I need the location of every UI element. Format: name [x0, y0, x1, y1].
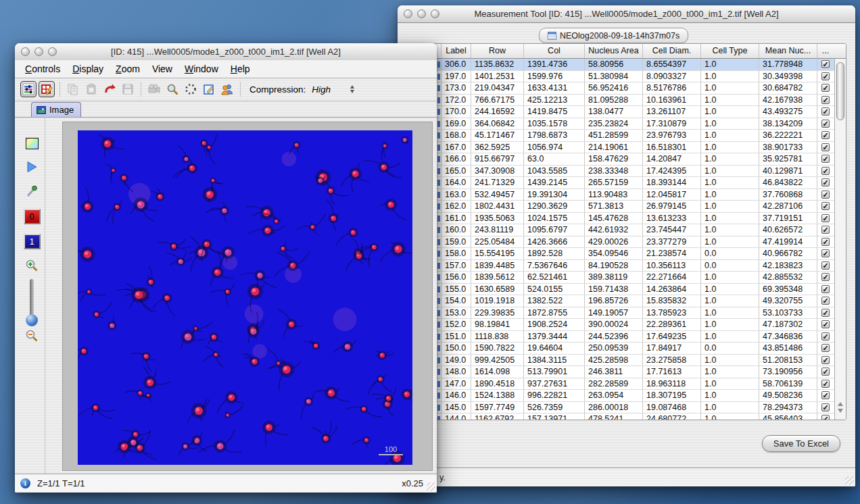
resize-grip[interactable] — [427, 482, 435, 491]
row-checkbox[interactable]: ✓ — [821, 356, 830, 364]
measurement-titlebar[interactable]: Measurement Tool [ID: 415] ...Well0005/m… — [398, 5, 855, 23]
row-checkbox[interactable]: ✓ — [821, 178, 830, 186]
save-to-excel-button[interactable]: Save To Excel — [762, 435, 840, 452]
brightness-slider[interactable] — [26, 279, 38, 328]
row-checkbox[interactable]: ✓ — [821, 107, 830, 116]
table-row[interactable]: 172.0766.67175425.1221381.09528810.16396… — [405, 95, 834, 107]
menu-item-help[interactable]: Help — [224, 64, 256, 74]
zoom-out-button[interactable] — [25, 329, 39, 343]
tab-image[interactable]: Image — [31, 102, 81, 117]
lut-icon[interactable] — [26, 138, 39, 149]
table-row[interactable]: 154.01019.19181382.522196.8572615.835832… — [405, 295, 834, 307]
table-row[interactable]: 153.0229.398351872.8755149.1905713.78592… — [405, 307, 834, 320]
menu-item-display[interactable]: Display — [66, 64, 110, 74]
edit-button[interactable] — [201, 81, 217, 97]
roi-button[interactable] — [183, 81, 199, 97]
column-header[interactable]: Nucleus Area — [585, 44, 643, 58]
slider-knob[interactable] — [26, 314, 38, 326]
table-row[interactable]: 146.01524.1388996.22821263.095418.307195… — [405, 390, 834, 402]
table-row[interactable]: 145.01597.7749526.7359286.0001819.087468… — [405, 402, 834, 414]
paste-button[interactable] — [83, 81, 99, 97]
column-header-overflow[interactable]: ... — [817, 44, 834, 58]
table-row[interactable]: 160.0243.811191095.6797442.6193223.74544… — [405, 224, 834, 236]
row-checkbox[interactable]: ✓ — [821, 191, 830, 199]
row-checkbox[interactable]: ✓ — [821, 60, 830, 68]
menu-item-controls[interactable]: Controls — [19, 64, 66, 74]
minimize-button[interactable] — [34, 47, 43, 56]
table-row[interactable]: 159.0225.054841426.3666429.0002623.37727… — [405, 236, 834, 249]
table-row[interactable]: 306.01135.86321391.473658.809568.6554397… — [405, 59, 834, 71]
users-button[interactable] — [219, 81, 235, 97]
menu-item-window[interactable]: Window — [178, 64, 224, 74]
table-row[interactable]: 161.01935.50631024.1575145.4762813.61323… — [405, 213, 834, 225]
scroll-down-arrow[interactable] — [838, 409, 843, 413]
zoom-in-button[interactable] — [25, 259, 39, 272]
table-row[interactable]: 167.0362.59251056.974214.1906116.5183011… — [405, 142, 834, 154]
save-button[interactable] — [120, 81, 136, 97]
copy-button[interactable] — [65, 81, 81, 97]
vertical-scrollbar[interactable] — [834, 59, 846, 420]
row-checkbox[interactable]: ✓ — [821, 120, 830, 128]
column-header[interactable]: Label — [441, 44, 471, 58]
display-settings-button[interactable] — [20, 81, 37, 97]
table-row[interactable]: 165.0347.309081043.5585238.3334817.42439… — [405, 166, 834, 178]
row-checkbox[interactable]: ✓ — [821, 155, 830, 163]
row-checkbox[interactable]: ✓ — [821, 297, 830, 305]
table-row[interactable]: 151.01118.8381379.3444244.5239617.649235… — [405, 331, 834, 343]
table-row[interactable]: 163.0532.4945719.391304113.9048312.04581… — [405, 189, 834, 201]
table-row[interactable]: 166.0915.6679763.0158.4762914.208471.035… — [405, 153, 834, 166]
table-row[interactable]: 162.01802.44311290.3629571.381326.979145… — [405, 201, 834, 213]
row-checkbox[interactable]: ✓ — [821, 131, 830, 139]
resize-grip[interactable] — [845, 476, 854, 485]
row-checkbox[interactable]: ✓ — [821, 202, 830, 210]
column-header[interactable]: Col — [524, 44, 585, 58]
table-row[interactable]: 164.0241.713291439.2145265.5715918.39314… — [405, 177, 834, 189]
row-checkbox[interactable]: ✓ — [821, 238, 830, 246]
row-checkbox[interactable]: ✓ — [821, 368, 830, 376]
close-button[interactable] — [21, 47, 30, 56]
row-checkbox[interactable]: ✓ — [821, 167, 830, 175]
find-button[interactable] — [164, 81, 181, 97]
undo-button[interactable] — [101, 81, 118, 97]
row-checkbox[interactable]: ✓ — [821, 403, 830, 411]
info-icon[interactable]: i — [20, 478, 30, 488]
row-checkbox[interactable]: ✓ — [821, 285, 830, 293]
table-header[interactable]: LabelRowColNucleus AreaCell Diam.Cell Ty… — [405, 44, 846, 59]
column-header[interactable]: Mean Nuc... — [759, 44, 817, 58]
capture-button[interactable] — [146, 81, 162, 97]
row-checkbox[interactable]: ✓ — [821, 143, 830, 151]
table-row[interactable]: 169.0364.068421035.1578235.2382417.31087… — [405, 118, 834, 130]
row-checkbox[interactable]: ✓ — [821, 214, 830, 222]
row-checkbox[interactable]: ✓ — [821, 309, 830, 317]
scroll-up-arrow[interactable] — [838, 402, 843, 406]
channel-1-button[interactable]: 1 — [24, 234, 41, 249]
table-row[interactable]: 152.098.198411908.2524390.0002422.289361… — [405, 319, 834, 331]
viewer-titlebar[interactable]: [ID: 415] ...Well0005/mode1_z000_t000_im… — [15, 43, 437, 61]
menu-item-zoom[interactable]: Zoom — [110, 64, 146, 74]
column-header[interactable]: Cell Diam. — [643, 44, 701, 58]
compression-stepper[interactable] — [350, 85, 354, 93]
table-row[interactable]: 173.0219.043471633.413156.9524168.517678… — [405, 82, 834, 95]
annotation-button[interactable] — [39, 81, 55, 97]
row-checkbox[interactable]: ✓ — [821, 261, 830, 270]
row-checkbox[interactable]: ✓ — [821, 72, 830, 80]
menu-item-view[interactable]: View — [146, 64, 178, 74]
row-checkbox[interactable]: ✓ — [821, 344, 830, 352]
channel-0-button[interactable]: 0 — [24, 209, 41, 224]
play-button[interactable] — [25, 160, 39, 174]
zoom-button[interactable] — [431, 9, 439, 18]
table-row[interactable]: 168.045.1714671798.6873451.2859923.97679… — [405, 130, 834, 142]
table-row[interactable]: 197.01401.25311599.97651.3809848.0903327… — [405, 71, 834, 83]
row-checkbox[interactable]: ✓ — [821, 332, 830, 341]
row-checkbox[interactable]: ✓ — [821, 380, 830, 388]
table-row[interactable]: 148.01614.098513.79901246.381117.716131.… — [405, 366, 834, 378]
microscopy-image[interactable]: 100 — [78, 130, 412, 465]
table-row[interactable]: 150.01590.782219.64604250.0953917.849170… — [405, 343, 834, 355]
table-row[interactable]: 170.0244.165921419.8475138.047713.261107… — [405, 106, 834, 118]
row-checkbox[interactable]: ✓ — [821, 249, 830, 257]
close-button[interactable] — [404, 9, 412, 18]
scrollbar-thumb[interactable] — [836, 62, 844, 120]
table-row[interactable]: 147.01890.4518937.27631282.2858918.96311… — [405, 378, 834, 390]
table-row[interactable]: 144.01162.6792157.13971478.524124.680772… — [405, 413, 834, 420]
row-checkbox[interactable]: ✓ — [821, 273, 830, 281]
